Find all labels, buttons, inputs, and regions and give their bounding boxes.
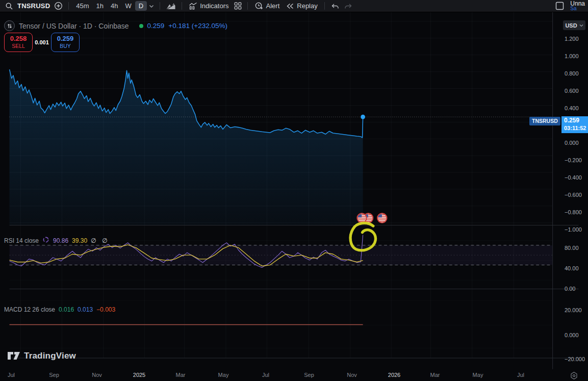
rsi-source-icon bbox=[42, 236, 49, 245]
price-tick-label: 1.200 bbox=[565, 36, 579, 42]
time-tick-label: Mar bbox=[430, 372, 440, 378]
time-tick-label: May bbox=[473, 372, 483, 378]
redo-icon[interactable] bbox=[342, 2, 355, 11]
chart-canvas[interactable] bbox=[0, 12, 588, 381]
quote-change: +0.181 (+232.05%) bbox=[168, 22, 227, 30]
last-price-axis-label: 0.259 03:11:52 bbox=[561, 116, 588, 133]
time-tick-label: Jul bbox=[262, 372, 269, 378]
undo-icon[interactable] bbox=[328, 2, 342, 11]
quote-price: 0.259 bbox=[147, 22, 165, 30]
economic-event-flag-icon[interactable] bbox=[377, 213, 388, 223]
buy-price: 0.259 bbox=[57, 35, 74, 42]
time-tick-label: 2025 bbox=[133, 372, 145, 378]
time-tick-label: May bbox=[218, 372, 229, 378]
time-tick-label: Jul bbox=[8, 372, 15, 378]
timeframe-group: 45m1h4hWD bbox=[72, 1, 147, 11]
toolbar-divider bbox=[247, 2, 248, 10]
price-tick-label: 80.00 bbox=[565, 245, 579, 251]
macd-title[interactable]: MACD 12 26 close bbox=[4, 306, 55, 313]
time-tick-label: Sep bbox=[49, 372, 59, 378]
replay-label: Replay bbox=[297, 2, 317, 10]
price-tick-label: 1.000 bbox=[565, 53, 579, 59]
price-tick-label: 0.000 bbox=[565, 332, 579, 338]
toolbar-divider bbox=[182, 2, 182, 10]
rsi-value: 90.86 bbox=[53, 237, 68, 244]
price-tick-label: 40.00 bbox=[565, 265, 579, 271]
replay-button[interactable]: Replay bbox=[283, 1, 320, 11]
price-tick-label: −20.000 bbox=[565, 356, 585, 362]
symbol-title[interactable]: Tensor / US Dollar · 1D · Coinbase bbox=[19, 22, 129, 30]
sell-price: 0.258 bbox=[10, 35, 27, 42]
toolbar-divider bbox=[68, 2, 69, 10]
alert-button[interactable]: Alert bbox=[251, 1, 283, 11]
toolbar-divider bbox=[324, 2, 325, 10]
timeframe-45m[interactable]: 45m bbox=[72, 1, 92, 11]
price-tick-label: 0.400 bbox=[565, 105, 579, 111]
last-price-dot bbox=[361, 115, 365, 119]
price-tick-label: −0.400 bbox=[565, 174, 582, 181]
timeframe-W[interactable]: W bbox=[121, 1, 135, 11]
scale-settings-icon[interactable] bbox=[570, 371, 578, 381]
timeframe-1h[interactable]: 1h bbox=[93, 1, 107, 11]
price-area-fill bbox=[10, 69, 363, 225]
price-tick-label: −0.600 bbox=[565, 192, 582, 198]
macd-signal-value: −0.003 bbox=[96, 306, 115, 313]
templates-grid-icon[interactable] bbox=[232, 1, 244, 11]
time-scale[interactable]: JulSepNov2025MarMayJulSepNov2026MarMayJu… bbox=[0, 370, 588, 381]
alert-label: Alert bbox=[266, 2, 280, 10]
symbol-info-row: Tensor / US Dollar · 1D · Coinbase 0.259… bbox=[4, 20, 227, 31]
time-tick-label: Sep bbox=[304, 372, 314, 378]
sell-label: SELL bbox=[12, 42, 25, 49]
price-scale[interactable]: 1.2001.0000.8000.6000.4000.000−0.200−0.4… bbox=[561, 12, 588, 370]
price-tick-label: 0.800 bbox=[565, 70, 579, 77]
tradingview-logo[interactable]: TradingView bbox=[7, 350, 76, 361]
sell-button[interactable]: 0.258 SELL bbox=[4, 33, 33, 52]
buy-label: BUY bbox=[60, 42, 71, 49]
toolbar-divider bbox=[160, 2, 160, 10]
compare-add-icon[interactable] bbox=[52, 1, 65, 11]
time-tick-label: Nov bbox=[92, 372, 102, 378]
save-label: Sa bbox=[570, 6, 585, 11]
timeframe-4h[interactable]: 4h bbox=[107, 1, 121, 11]
symbol-search-button[interactable]: TNSRUSD bbox=[15, 2, 52, 10]
macd-histogram-value: 0.016 bbox=[59, 306, 74, 313]
macd-line-value: 0.013 bbox=[78, 306, 93, 313]
layout-icon[interactable] bbox=[553, 1, 566, 11]
time-tick-label: Nov bbox=[347, 372, 357, 378]
buy-button[interactable]: 0.259 BUY bbox=[51, 33, 80, 52]
order-panel: 0.258 SELL 0.001 0.259 BUY bbox=[4, 33, 80, 52]
chevron-down-icon bbox=[579, 24, 583, 27]
rsi-header: RSI 14 close 90.86 39.30 ∅ ∅ bbox=[4, 236, 109, 245]
rsi-ma-value: 39.30 bbox=[72, 237, 87, 244]
price-tick-label: 20.000 bbox=[565, 307, 582, 313]
tradingview-logo-text: TradingView bbox=[24, 351, 76, 361]
chart-style-icon[interactable] bbox=[164, 1, 178, 11]
timeframe-D[interactable]: D bbox=[135, 1, 147, 11]
price-tick-label: 0.600 bbox=[565, 88, 579, 94]
currency-dropdown[interactable]: USD bbox=[563, 20, 585, 30]
rsi-title[interactable]: RSI 14 close bbox=[4, 237, 39, 244]
layout-save-button[interactable]: Unna Sa bbox=[570, 1, 585, 11]
tensor-logo-icon bbox=[4, 20, 15, 31]
macd-header: MACD 12 26 close 0.016 0.013 −0.003 bbox=[4, 306, 115, 313]
indicators-label: Indicators bbox=[200, 2, 228, 10]
rsi-empty-values: ∅ ∅ bbox=[91, 237, 109, 244]
price-tick-label: −0.200 bbox=[565, 157, 582, 163]
price-tick-label: 0.00 bbox=[565, 286, 575, 292]
spread-value: 0.001 bbox=[33, 39, 51, 45]
currency-label: USD bbox=[565, 22, 577, 29]
time-tick-label: Mar bbox=[176, 372, 186, 378]
price-tick-label: −0.800 bbox=[565, 209, 582, 215]
top-toolbar: TNSRUSD 45m1h4hWD Indicators Alert Repla… bbox=[0, 0, 588, 12]
bar-countdown: 03:11:52 bbox=[564, 124, 588, 132]
price-tick-label: 0.000 bbox=[565, 140, 579, 146]
search-icon[interactable] bbox=[3, 1, 15, 11]
last-price-value: 0.259 bbox=[564, 116, 588, 124]
time-tick-label: Jul bbox=[517, 372, 524, 378]
tradingview-app: TNSRUSD 45m1h4hWD Indicators Alert Repla… bbox=[0, 0, 588, 381]
chevron-down-icon[interactable] bbox=[147, 3, 156, 9]
price-tick-label: −1.000 bbox=[565, 226, 582, 233]
rsi-band-fill bbox=[10, 245, 553, 265]
time-tick-label: 2026 bbox=[388, 372, 400, 378]
indicators-button[interactable]: Indicators bbox=[186, 1, 232, 11]
